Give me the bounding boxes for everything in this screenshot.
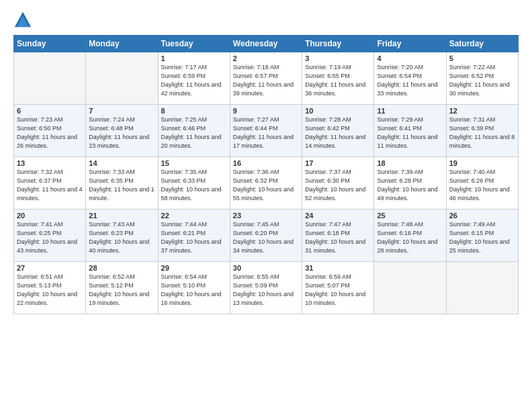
calendar-day-cell: 4Sunrise: 7:20 AMSunset: 6:54 PMDaylight… bbox=[374, 52, 446, 105]
calendar-day-cell: 31Sunrise: 6:56 AMSunset: 5:07 PMDayligh… bbox=[302, 262, 374, 314]
day-info: Sunrise: 7:43 AMSunset: 6:23 PMDaylight:… bbox=[89, 220, 154, 255]
calendar-day-cell: 11Sunrise: 7:29 AMSunset: 6:41 PMDayligh… bbox=[374, 105, 446, 157]
day-number: 21 bbox=[89, 212, 154, 220]
day-info: Sunrise: 7:48 AMSunset: 6:16 PMDaylight:… bbox=[377, 220, 443, 255]
day-number: 17 bbox=[305, 159, 371, 167]
day-info: Sunrise: 7:47 AMSunset: 6:18 PMDaylight:… bbox=[305, 220, 371, 255]
day-number: 3 bbox=[305, 54, 371, 62]
day-number: 19 bbox=[449, 159, 515, 167]
day-info: Sunrise: 7:40 AMSunset: 6:26 PMDaylight:… bbox=[449, 168, 515, 203]
calendar-day-cell bbox=[86, 52, 158, 105]
day-info: Sunrise: 6:56 AMSunset: 5:07 PMDaylight:… bbox=[305, 273, 371, 308]
day-header: Wednesday bbox=[230, 36, 302, 52]
day-number: 2 bbox=[233, 54, 299, 62]
day-info: Sunrise: 7:45 AMSunset: 6:20 PMDaylight:… bbox=[233, 220, 299, 255]
calendar-day-cell: 2Sunrise: 7:18 AMSunset: 6:57 PMDaylight… bbox=[230, 52, 302, 105]
day-info: Sunrise: 7:18 AMSunset: 6:57 PMDaylight:… bbox=[233, 63, 299, 98]
calendar-page: SundayMondayTuesdayWednesdayThursdayFrid… bbox=[0, 0, 532, 411]
calendar-day-cell: 18Sunrise: 7:39 AMSunset: 6:28 PMDayligh… bbox=[374, 157, 446, 210]
day-info: Sunrise: 7:35 AMSunset: 6:33 PMDaylight:… bbox=[161, 168, 227, 203]
calendar-day-cell: 19Sunrise: 7:40 AMSunset: 6:26 PMDayligh… bbox=[446, 157, 518, 210]
calendar-day-cell: 30Sunrise: 6:55 AMSunset: 5:09 PMDayligh… bbox=[230, 262, 302, 314]
day-number: 25 bbox=[377, 212, 443, 220]
day-header: Thursday bbox=[302, 36, 374, 52]
day-info: Sunrise: 6:54 AMSunset: 5:10 PMDaylight:… bbox=[161, 273, 227, 308]
calendar-day-cell: 23Sunrise: 7:45 AMSunset: 6:20 PMDayligh… bbox=[230, 210, 302, 262]
day-number: 27 bbox=[17, 264, 83, 272]
logo bbox=[13, 11, 35, 30]
calendar-day-cell: 6Sunrise: 7:23 AMSunset: 6:50 PMDaylight… bbox=[14, 105, 86, 157]
calendar-week-row: 1Sunrise: 7:17 AMSunset: 6:59 PMDaylight… bbox=[14, 52, 519, 105]
calendar-week-row: 27Sunrise: 6:51 AMSunset: 5:13 PMDayligh… bbox=[14, 262, 519, 314]
day-number: 31 bbox=[305, 264, 371, 272]
calendar-day-cell: 20Sunrise: 7:41 AMSunset: 6:25 PMDayligh… bbox=[14, 210, 86, 262]
calendar-day-cell: 9Sunrise: 7:27 AMSunset: 6:44 PMDaylight… bbox=[230, 105, 302, 157]
day-number: 28 bbox=[89, 264, 154, 272]
day-number: 5 bbox=[449, 54, 515, 62]
calendar-day-cell: 26Sunrise: 7:49 AMSunset: 6:15 PMDayligh… bbox=[446, 210, 518, 262]
calendar-day-cell: 8Sunrise: 7:25 AMSunset: 6:46 PMDaylight… bbox=[158, 105, 230, 157]
day-number: 11 bbox=[377, 107, 443, 115]
day-number: 12 bbox=[449, 107, 515, 115]
calendar-day-cell: 10Sunrise: 7:28 AMSunset: 6:42 PMDayligh… bbox=[302, 105, 374, 157]
day-number: 8 bbox=[161, 107, 227, 115]
calendar-day-cell: 22Sunrise: 7:44 AMSunset: 6:21 PMDayligh… bbox=[158, 210, 230, 262]
day-number: 23 bbox=[233, 212, 299, 220]
day-header: Saturday bbox=[446, 36, 518, 52]
day-number: 22 bbox=[161, 212, 227, 220]
calendar-day-cell: 24Sunrise: 7:47 AMSunset: 6:18 PMDayligh… bbox=[302, 210, 374, 262]
day-number: 18 bbox=[377, 159, 443, 167]
day-info: Sunrise: 7:33 AMSunset: 6:35 PMDaylight:… bbox=[89, 168, 154, 203]
day-info: Sunrise: 7:41 AMSunset: 6:25 PMDaylight:… bbox=[17, 220, 83, 255]
day-info: Sunrise: 6:52 AMSunset: 5:12 PMDaylight:… bbox=[89, 273, 154, 308]
calendar-day-cell: 27Sunrise: 6:51 AMSunset: 5:13 PMDayligh… bbox=[14, 262, 86, 314]
day-number: 15 bbox=[161, 159, 227, 167]
day-number: 30 bbox=[233, 264, 299, 272]
day-number: 16 bbox=[233, 159, 299, 167]
calendar-day-cell: 7Sunrise: 7:24 AMSunset: 6:48 PMDaylight… bbox=[86, 105, 158, 157]
day-number: 13 bbox=[17, 159, 83, 167]
day-number: 6 bbox=[17, 107, 83, 115]
day-info: Sunrise: 7:37 AMSunset: 6:30 PMDaylight:… bbox=[305, 168, 371, 203]
day-number: 7 bbox=[89, 107, 154, 115]
calendar-week-row: 13Sunrise: 7:32 AMSunset: 6:37 PMDayligh… bbox=[14, 157, 519, 210]
calendar-day-cell: 29Sunrise: 6:54 AMSunset: 5:10 PMDayligh… bbox=[158, 262, 230, 314]
calendar-day-cell: 21Sunrise: 7:43 AMSunset: 6:23 PMDayligh… bbox=[86, 210, 158, 262]
page-header bbox=[13, 11, 519, 30]
day-info: Sunrise: 7:24 AMSunset: 6:48 PMDaylight:… bbox=[89, 116, 154, 150]
calendar-day-cell bbox=[14, 52, 86, 105]
calendar-day-cell: 1Sunrise: 7:17 AMSunset: 6:59 PMDaylight… bbox=[158, 52, 230, 105]
day-info: Sunrise: 7:49 AMSunset: 6:15 PMDaylight:… bbox=[449, 220, 515, 255]
day-info: Sunrise: 7:36 AMSunset: 6:32 PMDaylight:… bbox=[233, 168, 299, 203]
day-number: 26 bbox=[449, 212, 515, 220]
day-info: Sunrise: 7:20 AMSunset: 6:54 PMDaylight:… bbox=[377, 63, 443, 98]
calendar-day-cell: 17Sunrise: 7:37 AMSunset: 6:30 PMDayligh… bbox=[302, 157, 374, 210]
day-info: Sunrise: 6:55 AMSunset: 5:09 PMDaylight:… bbox=[233, 273, 299, 308]
day-header: Monday bbox=[86, 36, 158, 52]
day-info: Sunrise: 7:28 AMSunset: 6:42 PMDaylight:… bbox=[305, 116, 371, 150]
day-info: Sunrise: 7:22 AMSunset: 6:52 PMDaylight:… bbox=[449, 63, 515, 98]
day-info: Sunrise: 7:44 AMSunset: 6:21 PMDaylight:… bbox=[161, 220, 227, 255]
day-number: 24 bbox=[305, 212, 371, 220]
day-info: Sunrise: 7:17 AMSunset: 6:59 PMDaylight:… bbox=[161, 63, 227, 98]
day-info: Sunrise: 7:31 AMSunset: 6:39 PMDaylight:… bbox=[449, 116, 515, 150]
header-row: SundayMondayTuesdayWednesdayThursdayFrid… bbox=[14, 36, 519, 52]
calendar-day-cell: 5Sunrise: 7:22 AMSunset: 6:52 PMDaylight… bbox=[446, 52, 518, 105]
day-number: 14 bbox=[89, 159, 154, 167]
logo-icon bbox=[13, 11, 32, 30]
day-header: Tuesday bbox=[158, 36, 230, 52]
day-number: 20 bbox=[17, 212, 83, 220]
calendar-day-cell: 13Sunrise: 7:32 AMSunset: 6:37 PMDayligh… bbox=[14, 157, 86, 210]
day-info: Sunrise: 7:29 AMSunset: 6:41 PMDaylight:… bbox=[377, 116, 443, 150]
calendar-day-cell: 14Sunrise: 7:33 AMSunset: 6:35 PMDayligh… bbox=[86, 157, 158, 210]
calendar-table: SundayMondayTuesdayWednesdayThursdayFrid… bbox=[13, 35, 519, 314]
day-info: Sunrise: 7:32 AMSunset: 6:37 PMDaylight:… bbox=[17, 168, 83, 203]
calendar-day-cell bbox=[446, 262, 518, 314]
calendar-day-cell: 16Sunrise: 7:36 AMSunset: 6:32 PMDayligh… bbox=[230, 157, 302, 210]
calendar-day-cell: 25Sunrise: 7:48 AMSunset: 6:16 PMDayligh… bbox=[374, 210, 446, 262]
day-info: Sunrise: 7:27 AMSunset: 6:44 PMDaylight:… bbox=[233, 116, 299, 150]
day-number: 10 bbox=[305, 107, 371, 115]
day-info: Sunrise: 6:51 AMSunset: 5:13 PMDaylight:… bbox=[17, 273, 83, 308]
calendar-day-cell bbox=[374, 262, 446, 314]
day-info: Sunrise: 7:25 AMSunset: 6:46 PMDaylight:… bbox=[161, 116, 227, 150]
